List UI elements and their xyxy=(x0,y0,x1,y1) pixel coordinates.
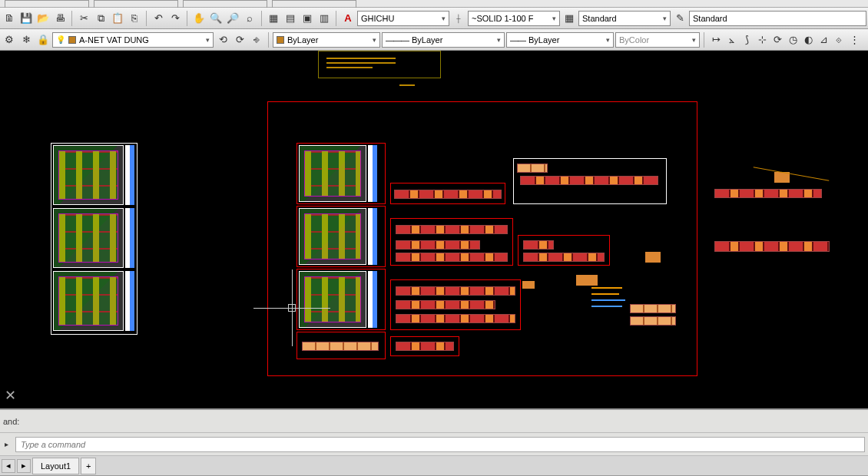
detail-frame xyxy=(390,336,459,356)
detail-frame xyxy=(518,235,610,266)
plotstyle-value: ByColor xyxy=(619,35,649,45)
floor-plan xyxy=(53,145,124,205)
lineweight-dropdown[interactable]: —— ByLayer ▾ xyxy=(506,32,614,48)
pan-icon[interactable]: ✋ xyxy=(191,11,207,26)
more-icon[interactable]: ⋮ xyxy=(846,32,862,48)
scale-icon[interactable]: ⟐ xyxy=(831,32,846,48)
separator xyxy=(71,11,72,26)
add-layout-tab[interactable]: + xyxy=(81,458,96,474)
undo-icon[interactable]: ↶ xyxy=(151,11,166,26)
dim-style-value: ~SOLID 1-100 F xyxy=(472,14,533,23)
doc-tab[interactable] xyxy=(94,0,178,8)
open-icon[interactable]: 📂 xyxy=(35,11,51,26)
color-dropdown[interactable]: ByLayer ▾ xyxy=(273,32,380,48)
paste-icon[interactable]: 📋 xyxy=(110,11,125,26)
line xyxy=(326,62,396,64)
floor-plan xyxy=(299,208,366,265)
line xyxy=(399,84,415,86)
model-space[interactable]: ✕ xyxy=(0,51,868,408)
text-style-dropdown[interactable]: GHICHU ▾ xyxy=(357,11,449,26)
layer-color-swatch xyxy=(68,36,76,44)
redo-icon[interactable]: ↷ xyxy=(167,11,183,26)
layout-tab-label: Layout1 xyxy=(41,461,71,471)
doc-tab[interactable] xyxy=(272,0,356,8)
doc-tab[interactable] xyxy=(183,0,267,8)
detail-strip xyxy=(630,304,676,313)
detail-strip xyxy=(523,253,605,262)
copy-icon[interactable]: ⧉ xyxy=(93,11,108,26)
detail-block xyxy=(522,281,535,289)
save-icon[interactable]: 💾 xyxy=(18,11,34,26)
text-style-icon[interactable]: A xyxy=(340,11,356,26)
tab-prev-icon[interactable]: ◂ xyxy=(2,459,15,473)
measure-icon[interactable]: ↦ xyxy=(708,32,724,48)
plotstyle-dropdown[interactable]: ByColor ▾ xyxy=(615,32,700,48)
linetype-dropdown[interactable]: ——— ByLayer ▾ xyxy=(382,32,505,48)
coords-icon[interactable]: ⊹ xyxy=(754,32,770,48)
refresh-icon[interactable]: ⟳ xyxy=(770,32,785,48)
print-icon[interactable]: 🖶 xyxy=(52,11,68,26)
legend-strip xyxy=(368,208,377,265)
command-panel: and: ▸ xyxy=(0,408,868,456)
layer-match-icon[interactable]: ⟳ xyxy=(232,32,247,48)
cut-icon[interactable]: ✂ xyxy=(76,11,91,26)
detail-block xyxy=(576,275,598,286)
detail-strip xyxy=(714,241,830,252)
layer-prev-icon[interactable]: ⟲ xyxy=(215,32,230,48)
zoom-window-icon[interactable]: 🔍 xyxy=(208,11,224,26)
zoom-icon[interactable]: 🔎 xyxy=(225,11,240,26)
command-input[interactable] xyxy=(15,437,865,452)
detail-frame xyxy=(390,218,513,266)
arc-icon[interactable]: ⟆ xyxy=(739,32,754,48)
mleader-style-value: Standard xyxy=(693,14,727,23)
close-icon[interactable]: ✕ xyxy=(5,387,16,404)
separator xyxy=(146,11,147,26)
legend-strip xyxy=(368,145,377,202)
doc-tab[interactable] xyxy=(5,0,89,8)
layout-icon[interactable]: ▣ xyxy=(300,11,315,26)
legend-strip xyxy=(368,271,377,328)
tab-next-icon[interactable]: ▸ xyxy=(17,459,31,473)
new-icon[interactable]: 🗎 xyxy=(2,11,17,26)
lineweight-preview: —— xyxy=(510,35,525,45)
detail-strip xyxy=(396,225,508,234)
grid-icon[interactable]: ▤ xyxy=(283,11,298,26)
separator xyxy=(704,32,704,48)
mleader-style-dropdown[interactable]: Standard xyxy=(689,11,866,26)
legend-strip xyxy=(125,271,134,331)
command-history-row: and: xyxy=(0,410,868,433)
layer-iso-icon[interactable]: ⎆ xyxy=(249,32,264,48)
detail-strip xyxy=(714,189,822,198)
dim-icon[interactable]: ⟊ xyxy=(451,11,466,26)
dim-style-dropdown[interactable]: ~SOLID 1-100 F ▾ xyxy=(468,11,560,26)
sheet-frame xyxy=(51,143,137,335)
layer-dropdown[interactable]: 💡 A-NET VAT DUNG ▾ xyxy=(52,32,214,48)
legend-strip xyxy=(125,145,134,205)
line xyxy=(591,293,619,295)
detail-frame xyxy=(390,183,505,204)
line xyxy=(591,299,625,301)
align-icon[interactable]: ◐ xyxy=(800,32,816,48)
table-style-dropdown[interactable]: Standard ▾ xyxy=(578,11,671,26)
mleader-icon[interactable]: ✎ xyxy=(672,11,687,26)
angle-icon[interactable]: ⦛ xyxy=(724,32,739,48)
prop-icon[interactable]: ▥ xyxy=(316,11,332,26)
sheet-frame xyxy=(297,143,386,204)
layer-state-icon[interactable]: ⚙ xyxy=(2,32,17,48)
layer-freeze-icon[interactable]: ❄ xyxy=(18,32,34,48)
floor-plan xyxy=(53,208,124,268)
layout-tab[interactable]: Layout1 xyxy=(32,458,79,474)
layer-lock-icon[interactable]: 🔒 xyxy=(35,32,51,48)
rotate-icon[interactable]: ◷ xyxy=(785,32,800,48)
command-input-row: ▸ xyxy=(0,433,868,456)
zoom-ext-icon[interactable]: ⌕ xyxy=(242,11,257,26)
table-icon[interactable]: ▦ xyxy=(562,11,577,26)
detail-strip xyxy=(396,286,515,296)
line xyxy=(754,167,830,180)
command-chevron-icon[interactable]: ▸ xyxy=(0,437,12,452)
dim-tool-icon[interactable]: ⊿ xyxy=(816,32,831,48)
chevron-down-icon: ▾ xyxy=(497,36,501,44)
viewport-icon[interactable]: ▦ xyxy=(266,11,281,26)
match-icon[interactable]: ⎘ xyxy=(127,11,142,26)
layer-name: A-NET VAT DUNG xyxy=(79,35,149,45)
